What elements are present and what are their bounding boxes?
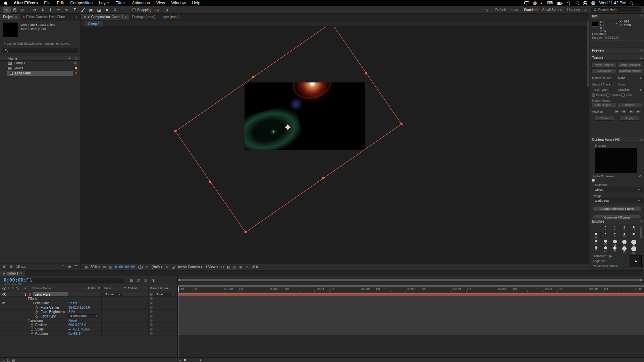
timeline-zoom-slider-knob[interactable] — [184, 359, 186, 361]
alpha-expansion-value[interactable]: 0 — [639, 175, 641, 178]
tab-project[interactable]: Project ≡ — [0, 14, 20, 20]
wifi-icon[interactable] — [567, 1, 572, 5]
index-column-header[interactable]: # — [24, 287, 26, 290]
analyze-first-button[interactable]: |◀ — [613, 109, 620, 113]
roundness-value[interactable]: 100 % — [610, 264, 619, 268]
brush-preset[interactable]: 13 — [629, 226, 638, 232]
position-checkbox[interactable] — [592, 94, 595, 97]
type-tool[interactable]: T — [71, 7, 79, 13]
panel-menu-icon[interactable]: ≡ — [640, 220, 642, 223]
source-name-column-header[interactable]: Source Name — [33, 287, 51, 290]
workspace-standard[interactable]: Standard — [524, 8, 538, 12]
tab-composition[interactable]: × ■ Composition Comp 1 ≡ — [81, 14, 129, 20]
property-value[interactable]: 81% — [68, 310, 75, 314]
viewer-tab-comp1[interactable]: Comp 1 — [85, 21, 103, 26]
trash-icon[interactable] — [74, 265, 77, 268]
navigator-end-knob[interactable] — [640, 279, 642, 281]
alpha-slider-knob[interactable] — [592, 179, 595, 182]
hand-tool[interactable] — [11, 7, 19, 13]
track-camera-button[interactable]: Track Camera — [591, 63, 616, 67]
brush-preset[interactable]: 27 — [601, 246, 610, 252]
brush-preset[interactable]: 5 — [601, 232, 610, 239]
fx-badge[interactable]: fx — [2, 301, 5, 305]
track-area[interactable]: :00f10f01:00f10f02:00f10f03:00f10f04:00f… — [177, 285, 644, 362]
transparency-grid-icon[interactable]: ◫ — [109, 265, 112, 269]
caf-panel-header[interactable]: Content-Aware Fill≡ — [590, 137, 644, 142]
tracker-panel-header[interactable]: Tracker≡ — [590, 55, 644, 61]
analyze-forward-button[interactable]: ▶ — [628, 109, 634, 113]
search-icon[interactable] — [630, 1, 633, 5]
project-search-field[interactable] — [2, 48, 78, 53]
stopwatch-icon[interactable] — [31, 332, 34, 336]
workspace-small-screen[interactable]: Small Screen — [542, 8, 562, 12]
effect-row-lens-flare[interactable]: fx Lens Flare Reset ... @ — [0, 301, 177, 305]
snap-angle-icon[interactable]: ⊿ — [163, 7, 171, 13]
tracker-reset-button[interactable]: Reset — [595, 116, 614, 121]
workspace-overflow-icon[interactable]: » — [584, 8, 586, 12]
motion-source-select[interactable]: None — [618, 76, 626, 80]
shape-tool[interactable]: ▭ — [55, 7, 63, 13]
battery-icon[interactable] — [557, 2, 563, 5]
menu-layer[interactable]: Layer — [99, 1, 109, 5]
brush-preset[interactable]: 9 — [610, 232, 620, 239]
anchor-point[interactable] — [285, 124, 291, 130]
audio-column-icon[interactable]: ♪ — [8, 286, 9, 290]
analyze-last-button[interactable]: ▶| — [636, 109, 642, 113]
brush-preset[interactable]: 1 — [591, 226, 601, 232]
options-button[interactable]: Options... — [618, 103, 642, 107]
eraser-tool[interactable]: ◪ — [95, 7, 103, 13]
layer-row-lens-flare[interactable]: 1 Lens Flare Normal▾ @ None▾ — [0, 292, 177, 297]
composition-mini-flowchart-icon[interactable]: ▦ — [130, 279, 133, 282]
current-time-indicator-line[interactable] — [178, 287, 178, 362]
property-value[interactable]: 49.1,75.6% — [73, 327, 90, 331]
parent-link-column-header[interactable]: Parent & Link — [150, 287, 168, 290]
current-track-select[interactable]: None — [618, 83, 626, 86]
panel-menu-icon[interactable]: ≡ — [640, 56, 642, 60]
property-value[interactable]: 1642.8,1204.6 — [68, 305, 90, 310]
brush-preset[interactable]: 21 — [591, 239, 601, 245]
menu-window[interactable]: Window — [171, 1, 186, 5]
effect-options-link[interactable]: ... — [98, 301, 100, 305]
project-row-comp1[interactable]: Comp 1 ▦ — [0, 61, 80, 66]
brush-preset[interactable]: 17 — [629, 232, 638, 239]
timeline-jump-icon[interactable]: ◫ — [233, 265, 236, 269]
snapshot-camera-icon[interactable] — [138, 265, 143, 268]
sort-asc-icon[interactable]: ▲ — [68, 57, 71, 60]
contrast-icon[interactable]: ◐ — [541, 1, 543, 5]
property-row-position[interactable]: Position 696.0,708.0 @ — [0, 323, 177, 327]
brush-preset[interactable]: 65 — [629, 239, 638, 245]
diameter-value[interactable]: 6 px — [607, 254, 612, 258]
mode-column-header[interactable]: Mode — [104, 287, 111, 290]
app-menu-title[interactable]: After Effects — [14, 1, 38, 5]
menubar-clock[interactable]: Wed 11:42 PM — [599, 1, 626, 5]
alpha-slider-track[interactable] — [593, 180, 641, 180]
brush-preset[interactable]: 33 — [610, 246, 620, 252]
timeline-search-field[interactable] — [27, 279, 124, 283]
view-layout-select[interactable]: 1 View ▾ — [205, 265, 218, 269]
workspace-learn[interactable]: Learn — [511, 8, 519, 12]
brush-preset[interactable]: 27 — [601, 239, 610, 245]
bit-depth-indicator[interactable]: 16 bpc — [16, 265, 26, 268]
control-center-icon[interactable] — [583, 1, 587, 5]
project-list-header[interactable]: Name ▲ ◯ — [0, 56, 80, 61]
brushes-scrollbar[interactable] — [640, 226, 642, 238]
dock-scrollbar[interactable] — [587, 20, 589, 87]
analyze-backward-button[interactable]: ◀ — [621, 109, 627, 113]
draft3d-icon[interactable]: ◫ — [137, 279, 140, 282]
alpha-icon[interactable]: ◪ — [171, 265, 174, 269]
dropdown-icon[interactable]: ▾ — [640, 76, 641, 80]
edit-target-button[interactable]: Edit Target... — [591, 103, 616, 107]
selection-tool[interactable]: ↖ — [3, 7, 11, 13]
name-column-header[interactable]: Name — [8, 57, 17, 60]
preview-panel-header[interactable]: Preview≡ — [590, 48, 644, 53]
tab-footage[interactable]: Footage (none) — [129, 14, 158, 20]
scale-checkbox[interactable] — [622, 94, 625, 97]
stopwatch-icon[interactable] — [35, 306, 38, 309]
home-icon[interactable]: ⌂ — [483, 7, 491, 13]
brush-preset[interactable]: 19 — [591, 232, 601, 239]
orbit-camera-tool[interactable]: ↻ — [31, 7, 39, 13]
trkmat-column-header[interactable]: TrkMat — [128, 287, 137, 290]
zoom-out-mountain-icon[interactable]: ▲ — [179, 359, 181, 361]
tab-layer[interactable]: Layer (none) — [158, 14, 182, 20]
eye-icon[interactable] — [2, 293, 6, 296]
